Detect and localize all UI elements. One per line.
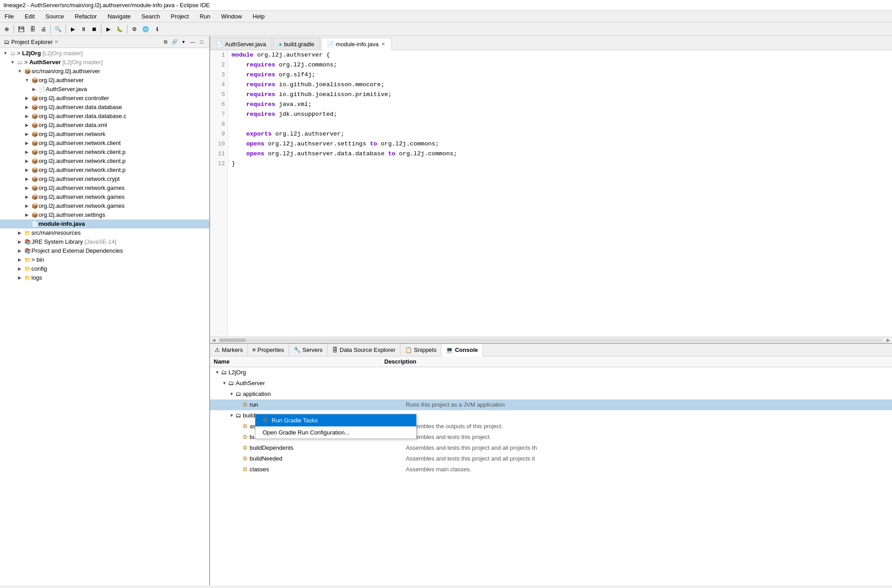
line-num-4: 4 <box>210 80 225 90</box>
toolbar-debug-btn[interactable]: 🐛 <box>114 25 125 34</box>
tab-properties[interactable]: ≡ Properties <box>248 344 289 356</box>
tree-item-authserverjava[interactable]: ▶ 📄 AuthServer.java <box>0 85 209 94</box>
ds-row-l2jorg[interactable]: ▼ 🗂 L2jOrg <box>210 367 892 378</box>
tree-icon-pkg-main: 📦 <box>31 76 39 84</box>
ds-row-builddependents[interactable]: ⚙ buildDependents Assembles and tests th… <box>210 443 892 453</box>
link-editor-btn[interactable]: 🔗 <box>171 38 179 46</box>
tree-label-networkgames3: org.l2j.authserver.network.games <box>39 202 124 210</box>
tree-label-networkclientp3: org.l2j.authserver.network.client.p <box>39 166 126 174</box>
tab-close-moduleinfo[interactable]: ✕ <box>380 41 386 47</box>
ds-row-run[interactable]: ⚙ run Runs this project as a JVM applica… <box>210 399 892 410</box>
maximize-btn[interactable]: □ <box>198 38 206 46</box>
tab-snippets[interactable]: 📋 Snippets <box>400 344 442 356</box>
tree-item-dataxml[interactable]: ▶ 📦 org.l2j.authserver.data.xml <box>0 121 209 130</box>
toolbar-settings-btn[interactable]: ⚙ <box>129 25 139 34</box>
ds-desc-builddependents: Assembles and tests this project and all… <box>406 443 888 452</box>
context-menu-run-gradle[interactable]: ⚙ Run Gradle Tasks <box>255 414 416 426</box>
tree-item-config[interactable]: ▶ 📁 config <box>0 264 209 273</box>
toolbar-back-btn[interactable]: ▶ <box>68 25 78 34</box>
toolbar-new-btn[interactable]: ⊕ <box>2 25 12 34</box>
tree-item-moduleinfo[interactable]: 📄 module-info.java <box>0 219 209 228</box>
code-editor[interactable]: 1 2 3 4 5 6 7 8 9 10 11 12 module org.l2… <box>210 50 892 337</box>
tree-item-controller[interactable]: ▶ 📦 org.l2j.authserver.controller <box>0 94 209 103</box>
toolbar-pause-btn[interactable]: ⏸ <box>79 25 88 34</box>
hscroll-left-arrow[interactable]: ◀ <box>210 338 217 342</box>
menu-help[interactable]: Help <box>250 12 268 21</box>
collapse-all-btn[interactable]: ⧉ <box>162 38 170 46</box>
datasource-icon: 🗄 <box>332 347 338 353</box>
tab-authserverjava[interactable]: 📄 AuthServer.java <box>210 37 272 50</box>
tab-datasource[interactable]: 🗄 Data Source Explorer <box>328 344 400 356</box>
tree-arrow-config: ▶ <box>16 265 23 273</box>
tree-item-networkgames1[interactable]: ▶ 📦 org.l2j.authserver.network.games <box>0 184 209 193</box>
toolbar-save-all-btn[interactable]: 🗄 <box>28 25 38 34</box>
view-menu-btn[interactable]: ▾ <box>180 38 188 46</box>
menu-file[interactable]: File <box>2 12 17 21</box>
toolbar-stop-btn[interactable]: ⏹ <box>89 25 99 34</box>
tree-icon-logs: 📁 <box>23 274 31 282</box>
tree-item-l2jorg[interactable]: ▼ 🗂 > L2jOrg [L2jOrg master] <box>0 49 209 58</box>
tree-icon-config: 📁 <box>23 265 31 273</box>
editor-hscroll[interactable]: ◀ ▶ <box>210 337 892 343</box>
tree-item-networkgames3[interactable]: ▶ 📦 org.l2j.authserver.network.games <box>0 202 209 211</box>
tree-item-logs[interactable]: ▶ 📁 logs <box>0 273 209 282</box>
ds-row-application[interactable]: ▼ 🗂 application <box>210 389 892 399</box>
minimize-btn[interactable]: — <box>189 38 197 46</box>
properties-icon: ≡ <box>252 347 256 353</box>
context-menu-open-config[interactable]: Open Gradle Run Configuration... <box>255 426 416 439</box>
menu-edit[interactable]: Edit <box>22 12 37 21</box>
tree-item-bin[interactable]: ▶ 📁 > bin <box>0 255 209 264</box>
tree-item-jrelib[interactable]: ▶ 📚 JRE System Library [JavaSE-14] <box>0 237 209 246</box>
toolbar-print-btn[interactable]: 🖨 <box>39 25 48 34</box>
tree-item-srcresources[interactable]: ▶ 📁 src/main/resources <box>0 228 209 237</box>
toolbar-sep3 <box>66 25 66 34</box>
toolbar-info-btn[interactable]: ℹ <box>152 25 162 34</box>
tree-item-networkclientp3[interactable]: ▶ 📦 org.l2j.authserver.network.client.p <box>0 166 209 175</box>
tree-label-jrelib: JRE System Library [JavaSE-14] <box>31 238 116 246</box>
menu-search[interactable]: Search <box>139 12 163 21</box>
tree-item-authserver[interactable]: ▼ 🗂 > AuthServer [L2jOrg master] <box>0 58 209 67</box>
code-line-7: requires jdk.unsupported; <box>232 110 888 119</box>
tree-item-extdeps[interactable]: ▶ 📚 Project and External Dependencies <box>0 246 209 255</box>
toolbar-globe-btn[interactable]: 🌐 <box>140 25 151 34</box>
tree-item-networkgames2[interactable]: ▶ 📦 org.l2j.authserver.network.games <box>0 193 209 202</box>
tree-icon-networkclientp1: 📦 <box>31 148 39 156</box>
ds-row-buildneeded[interactable]: ⚙ buildNeeded Assembles and tests this p… <box>210 453 892 464</box>
hscroll-thumb[interactable] <box>219 338 246 342</box>
hscroll-right-arrow[interactable]: ▶ <box>885 338 892 342</box>
tree-item-networkcrypt[interactable]: ▶ 📦 org.l2j.authserver.network.crypt <box>0 175 209 184</box>
tree-item-networkclientp2[interactable]: ▶ 📦 org.l2j.authserver.network.client.p <box>0 157 209 166</box>
tree-item-srcmain[interactable]: ▼ 📦 src/main/org.l2j.authserver <box>0 67 209 76</box>
menu-refactor[interactable]: Refactor <box>72 12 100 21</box>
tab-console[interactable]: 💻 Console <box>441 344 483 356</box>
tree-icon-networkgames2: 📦 <box>31 193 39 201</box>
tab-buildgradle[interactable]: ● build.gradle <box>273 37 320 50</box>
tree-item-networkclientp1[interactable]: ▶ 📦 org.l2j.authserver.network.client.p <box>0 148 209 157</box>
menu-navigate[interactable]: Navigate <box>105 12 133 21</box>
tree-item-networkclient[interactable]: ▶ 📦 org.l2j.authserver.network.client <box>0 139 209 148</box>
menu-window[interactable]: Window <box>219 12 245 21</box>
menu-source[interactable]: Source <box>43 12 66 21</box>
tab-moduleinfo[interactable]: 📄 module-info.java ✕ <box>321 38 392 50</box>
toolbar-run-btn[interactable]: ▶ <box>103 25 113 34</box>
ds-row-classes[interactable]: ⚙ classes Assembles main classes. <box>210 464 892 475</box>
tab-servers[interactable]: 🔧 Servers <box>289 344 328 356</box>
menu-run[interactable]: Run <box>197 12 213 21</box>
project-explorer-close-x[interactable]: ✕ <box>54 39 58 45</box>
menu-project[interactable]: Project <box>168 12 191 21</box>
ds-label-authserver: AuthServer <box>236 379 265 388</box>
project-explorer-title: Project Explorer <box>11 39 53 45</box>
ds-row-authserver[interactable]: ▼ 🗂 AuthServer <box>210 378 892 389</box>
tree-item-settings[interactable]: ▶ 📦 org.l2j.authserver.settings <box>0 211 209 219</box>
tree-label-authserver: > AuthServer [L2jOrg master] <box>24 58 103 66</box>
toolbar-search-btn[interactable]: 🔍 <box>53 25 64 34</box>
tree-item-pkg-main[interactable]: ▼ 📦 org.l2j.authserver <box>0 76 209 85</box>
tab-markers[interactable]: ⚠ Markers <box>210 344 248 356</box>
ds-icon-classes: ⚙ <box>242 465 248 474</box>
tree-item-datadatabase[interactable]: ▶ 📦 org.l2j.authserver.data.database <box>0 103 209 112</box>
line-num-6: 6 <box>210 100 225 110</box>
tree-item-datadatabasec[interactable]: ▶ 📦 org.l2j.authserver.data.database.c <box>0 112 209 121</box>
tab-label-console: Console <box>455 347 478 353</box>
toolbar-save-btn[interactable]: 💾 <box>16 25 27 34</box>
tree-item-network[interactable]: ▶ 📦 org.l2j.authserver.network <box>0 130 209 139</box>
